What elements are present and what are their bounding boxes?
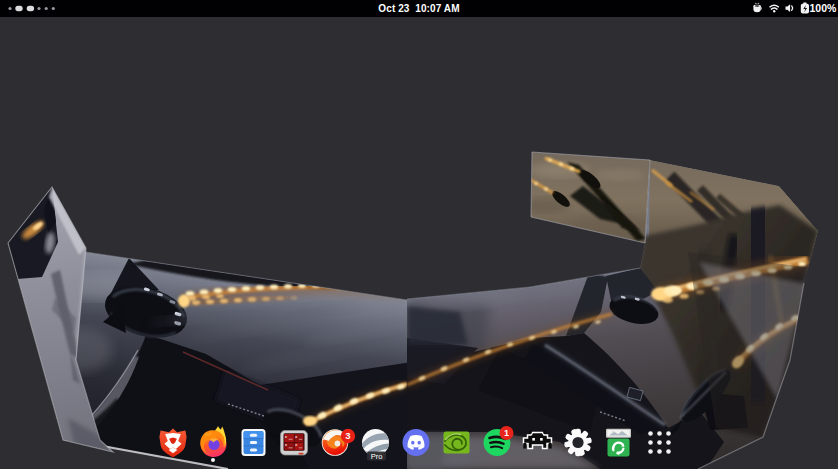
svg-text:1: 1 [504,428,509,438]
svg-text:3: 3 [345,430,350,441]
svg-text:Pro: Pro [371,452,383,461]
